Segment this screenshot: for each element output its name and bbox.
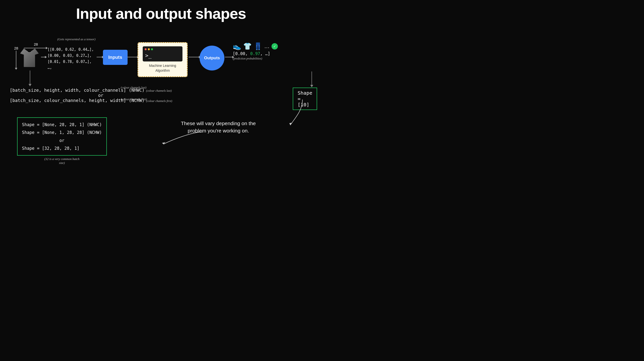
- main-container: (Gets represented as a tensor) 28 28: [10, 25, 312, 180]
- colour-channels-first-label: (colour channels first): [121, 97, 147, 101]
- or-1: or: [29, 93, 172, 98]
- arrow-ml-to-outputs: [188, 56, 201, 58]
- shoe-icon: 👟: [233, 42, 241, 50]
- curved-arrow-shape10: [288, 98, 317, 128]
- shape-format-section: [batch_size, height, width, colour_chann…: [10, 88, 172, 103]
- dim-left-section: 28: [14, 46, 18, 70]
- shirt-icon: 👕: [243, 42, 252, 50]
- ml-algorithm-box: >_ Machine LearningAlgorithm: [138, 42, 188, 77]
- colour-channels-last-label: (colour channels last): [121, 85, 146, 90]
- dot-red: [145, 48, 146, 50]
- shape-box-left: Shape = [None, 28, 28, 1] (NHWC) Shape =…: [17, 117, 107, 165]
- vert-arrow-left: [28, 70, 32, 86]
- inputs-box: Inputs: [103, 50, 128, 65]
- arrow-img-to-tensor: [41, 56, 47, 58]
- ellipsis-icon: …: [264, 43, 270, 50]
- arrow-inputs-to-ml: [127, 56, 139, 58]
- vert-arrow-right: [310, 72, 313, 87]
- checkmark-icon: ✓: [272, 43, 278, 50]
- right-output-section: 👟 👕 👖 … ✓ [0.00, 0.97, …] (prediction pr…: [233, 42, 278, 60]
- dot-yellow: [148, 48, 150, 50]
- prediction-label: (prediction probabilities): [233, 57, 278, 60]
- slide: Input and output shapes (Gets represente…: [0, 0, 322, 180]
- dot-green: [151, 48, 153, 50]
- output-prob-prefix: [0.00,: [233, 51, 250, 56]
- vary-text-section: These will vary depending on the problem…: [180, 120, 256, 135]
- pants-icon: 👖: [254, 42, 262, 50]
- slide-title: Input and output shapes: [10, 5, 312, 22]
- tensor-text: [[0.00, 0.62, 0.44…], [0.00, 0.03, 0.27……: [48, 46, 94, 71]
- gets-represented-label: (Gets represented as a tensor): [57, 37, 96, 41]
- output-prob-highlight: 0.97: [250, 51, 260, 56]
- outputs-circle: Outputs: [200, 46, 224, 70]
- shirt-image: [19, 46, 40, 70]
- output-prob-suffix: , …]: [260, 51, 270, 56]
